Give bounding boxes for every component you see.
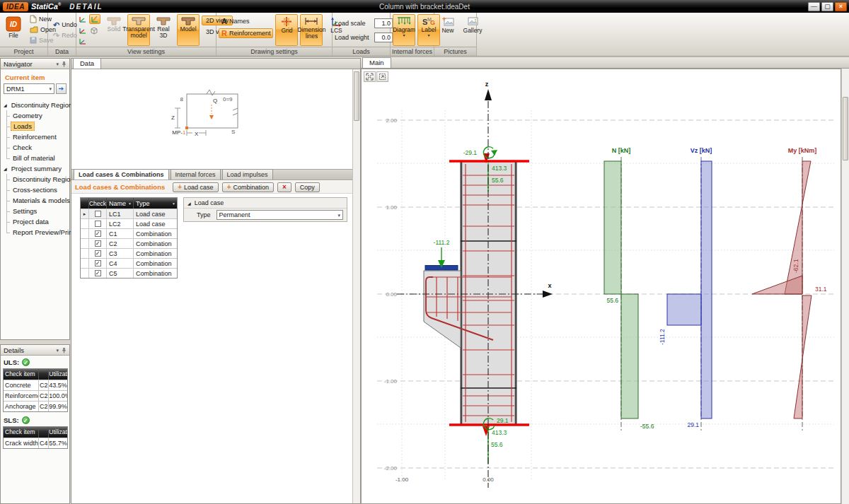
current-item-select[interactable]: DRM1 ▾ [4, 83, 54, 94]
add-load-case-button[interactable]: + Load case [173, 182, 218, 192]
real-3d-button[interactable]: Real 3D [152, 14, 175, 46]
file-logo-icon: ID [6, 16, 21, 32]
close-button[interactable]: × [835, 2, 847, 11]
tree-item-cross-sections[interactable]: Cross-sections [1, 184, 69, 195]
table-row[interactable]: ✓ C5 Combination [81, 268, 177, 278]
tree-item-discontinuity-region[interactable]: Discontinuity Region [1, 174, 69, 184]
ribbon-group-pictures: + New Gallery Pictures [434, 13, 477, 56]
scrollbar-thumb[interactable] [843, 97, 848, 160]
tree-item-project-data[interactable]: Project data [1, 216, 69, 227]
expander-icon[interactable]: ◢ [4, 102, 7, 107]
table-row[interactable]: ▸ LC1 Load case [81, 209, 177, 218]
checkbox[interactable] [95, 211, 101, 217]
load-weight-value: 0.0 [375, 33, 392, 42]
bracket[interactable] [424, 271, 461, 348]
tree-item-loads[interactable]: Loads [1, 121, 69, 131]
checkbox[interactable]: ✓ [95, 250, 101, 257]
table-row[interactable]: Anchorage C2 99.9% [4, 401, 67, 411]
table-row[interactable]: Crack width C4 55.7% [4, 438, 67, 448]
my-diagram[interactable]: My [kNm] -62.1 31.1 [752, 147, 827, 431]
view-axes-toggle[interactable] [89, 14, 100, 24]
main-scrollbar[interactable] [841, 69, 849, 504]
maximize-button[interactable]: ▢ [821, 2, 833, 11]
reinforcement-toggle[interactable]: R Reinforcement [219, 28, 273, 38]
checkbox[interactable]: ✓ [95, 230, 101, 237]
view-axes-icon [91, 15, 99, 23]
table-row[interactable]: ✓ C2 Combination [81, 238, 177, 248]
add-combination-button[interactable]: + Combination [222, 182, 274, 192]
tree-item-report-preview-print[interactable]: Report Preview/Print [1, 227, 69, 238]
names-icon: A [221, 18, 227, 25]
transparent-model-button[interactable]: Transparent model [127, 14, 150, 46]
table-row[interactable]: ✓ C1 Combination [81, 228, 177, 238]
filter-icon[interactable]: ▼ [172, 201, 175, 206]
undo-button[interactable]: ↶ Undo [50, 20, 80, 30]
table-row[interactable]: ✓ C3 Combination [81, 248, 177, 258]
ribbon-group-project: ID File New Open Save [0, 13, 48, 56]
file-button[interactable]: ID File [2, 14, 25, 46]
svg-text:0.00: 0.00 [386, 291, 397, 298]
subtab-load-cases[interactable]: Load cases & Combinations [74, 169, 169, 180]
tree-item-geometry[interactable]: Geometry [1, 110, 69, 121]
grid-button[interactable]: Grid [275, 14, 298, 46]
smg-label-icon: SMG [422, 16, 436, 26]
pin-icon[interactable] [62, 347, 67, 353]
checkbox[interactable]: ✓ [95, 260, 101, 266]
tree-section-project-summary[interactable]: ◢ Project summary [1, 163, 69, 174]
minimize-icon: — [811, 3, 817, 10]
load-cases-toolbar: Load cases & Combinations + Load case + … [71, 181, 352, 194]
solid-button[interactable]: Solid [103, 14, 125, 46]
type-select[interactable]: Permanent ▾ [216, 210, 343, 220]
svg-text:55.6: 55.6 [491, 441, 503, 448]
table-row[interactable]: LC2 Load case [81, 218, 177, 228]
uls-status: ULS: ✓ [1, 356, 69, 368]
redo-button[interactable]: ↷ Redo [50, 30, 80, 40]
filter-icon[interactable]: ▼ [128, 201, 132, 206]
cube-icon[interactable] [89, 26, 98, 35]
checkbox[interactable] [95, 221, 101, 227]
checkbox[interactable]: ✓ [95, 270, 101, 276]
tree-item-settings[interactable]: Settings [1, 206, 69, 216]
new-picture-button[interactable]: + New [437, 14, 459, 46]
n-diagram[interactable]: N [kN] 55.6 -55.6 [604, 147, 654, 431]
minimize-button[interactable]: — [808, 2, 820, 11]
column-structure[interactable] [424, 161, 529, 425]
tab-main[interactable]: Main [362, 57, 391, 68]
tree-item-reinforcement[interactable]: Reinforcement [1, 131, 69, 142]
model-button[interactable]: Model [177, 14, 200, 46]
zoom-extents-button[interactable] [364, 71, 376, 82]
axis-triad-icon[interactable] [79, 37, 87, 45]
data-subtabs: Load cases & Combinations Internal force… [71, 169, 352, 180]
subtab-load-impulses[interactable]: Load impulses [222, 169, 273, 180]
ribbon-group-internal-forces: Diagram ▾ SMG Label ▾ Internal forces [391, 13, 434, 56]
tree-item-materials-models[interactable]: Materials & models [1, 195, 69, 206]
tree-section-discontinuity-region[interactable]: ◢ Discontinuity Region [1, 100, 69, 110]
delete-button[interactable]: × [277, 182, 291, 192]
expander-icon[interactable]: ◢ [187, 201, 191, 206]
dimension-lines-button[interactable]: Dimension lines [300, 14, 323, 46]
tree-item-check[interactable]: Check [1, 142, 69, 153]
copy-button[interactable]: Copy [295, 182, 320, 192]
main-canvas[interactable]: 2.00 1.00 0.00 -1.00 -2.00 -1.00 0.00 [361, 69, 841, 504]
zoom-window-button[interactable] [376, 71, 388, 82]
property-group-header[interactable]: ◢ Load case [184, 198, 347, 209]
expander-icon[interactable]: ◢ [4, 166, 7, 171]
data-panel-scrollbar[interactable] [352, 69, 360, 503]
panel-menu-icon[interactable]: ▾ [56, 61, 59, 66]
names-toggle[interactable]: A Names [219, 16, 273, 26]
checkbox[interactable]: ✓ [95, 240, 101, 247]
axis-triad-icon[interactable] [79, 26, 87, 35]
vz-diagram[interactable]: Vz [kN] -111.2 29.1 [659, 147, 712, 431]
table-row[interactable]: Reinforcement C2 100.0% [4, 390, 67, 401]
tab-data[interactable]: Data [73, 58, 101, 69]
table-row[interactable]: ✓ C4 Combination [81, 258, 177, 268]
subtab-internal-forces[interactable]: Internal forces [171, 169, 221, 180]
goto-item-button[interactable] [56, 83, 67, 94]
axis-triad-icon[interactable] [79, 15, 87, 23]
panel-menu-icon[interactable]: ▾ [56, 348, 59, 353]
tree-item-bill-of-material[interactable]: Bill of material [1, 153, 69, 163]
table-row[interactable]: Concrete C2 43.5% [4, 380, 67, 390]
scrollbar-thumb[interactable] [354, 71, 359, 121]
diagram-button[interactable]: Diagram ▾ [393, 14, 415, 46]
pin-icon[interactable] [62, 61, 67, 67]
